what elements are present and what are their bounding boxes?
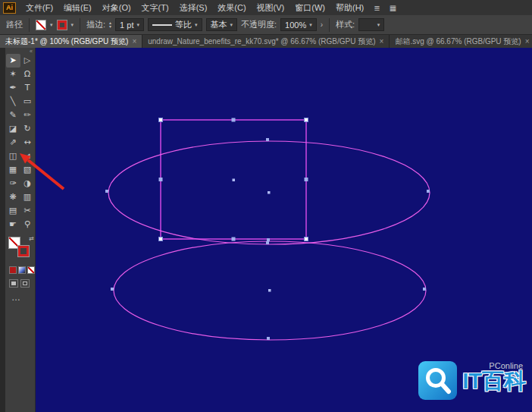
magic-wand-tool[interactable]: ✶ [6, 68, 20, 81]
eraser-tool[interactable]: ◪ [6, 122, 20, 136]
tab-label: 邮箱.svg @ 66.67% (RGB/GPU 预览) [395, 36, 521, 47]
blend-tool[interactable]: ◑ [20, 177, 35, 190]
drawing-mode-buttons [9, 279, 35, 288]
zoom-tool[interactable]: ⚲ [20, 218, 35, 231]
artboard-tool[interactable]: ▤ [6, 204, 20, 218]
column-graph-tool[interactable]: ▥ [20, 190, 35, 204]
menu-effect[interactable]: 效果(C) [212, 0, 251, 15]
eyedropper-tool[interactable]: ✑ [6, 177, 20, 190]
profile-line-icon [152, 24, 172, 26]
opacity-dropdown[interactable]: 100% ▾ [280, 18, 317, 31]
edit-toolbar-button[interactable]: … [11, 292, 35, 303]
rotate-tool[interactable]: ↻ [20, 122, 35, 136]
mesh-tool[interactable]: ▦ [6, 163, 20, 177]
fill-color-swatch[interactable] [36, 20, 46, 30]
slice-tool[interactable]: ✂ [20, 204, 35, 218]
draw-normal-button[interactable] [9, 279, 18, 288]
document-tab-bar: 未标题-1* @ 100% (RGB/GPU 预览) × undraw_Natu… [0, 35, 532, 48]
profile-value: 等比 [175, 19, 192, 30]
menu-window[interactable]: 窗口(W) [289, 0, 330, 15]
none-mode-button[interactable] [27, 266, 35, 274]
canvas[interactable] [36, 48, 532, 412]
close-tab-icon[interactable]: × [380, 37, 384, 46]
style-dropdown[interactable]: ▾ [358, 18, 384, 31]
fill-stroke-widget[interactable]: ⇄ [8, 235, 34, 260]
divider [80, 18, 80, 32]
width-profile-dropdown[interactable]: 等比 ▾ [148, 18, 202, 31]
opacity-value: 100% [285, 20, 306, 30]
paint-mode-buttons [9, 266, 35, 274]
width-tool[interactable]: ↔ [20, 136, 35, 149]
type-tool[interactable]: T [20, 81, 35, 95]
menu-type[interactable]: 文字(T) [136, 0, 174, 15]
brush-definition-dropdown[interactable]: 基本 ▾ [206, 18, 238, 31]
menu-bars-icon[interactable]: ≣ [369, 4, 384, 12]
stroke-width-stepper[interactable]: ▴ ▾ [109, 21, 111, 29]
gradient-mode-button[interactable] [18, 266, 26, 274]
close-tab-icon[interactable]: × [132, 37, 136, 46]
chevron-down-icon: ▾ [230, 22, 233, 28]
panel-gutter [0, 48, 5, 412]
close-tab-icon[interactable]: × [525, 37, 530, 46]
ellipse-anchor-points[interactable] [105, 138, 430, 340]
stroke-caret-icon[interactable]: ▾ [71, 22, 74, 28]
direct-selection-tool[interactable]: ▷ [20, 54, 35, 68]
illustrator-window: Ai 文件(F) 编辑(E) 对象(O) 文字(T) 选择(S) 效果(C) 视… [0, 0, 532, 412]
doc-tab-undraw-nature[interactable]: undraw_Nature_benefits_re_kk70.svg* @ 66… [142, 35, 390, 48]
symbol-sprayer-tool[interactable]: ❋ [6, 190, 20, 204]
paintbrush-tool[interactable]: ✎ [6, 109, 20, 122]
opacity-label: 不透明度: [241, 19, 277, 30]
fill-caret-icon[interactable]: ▾ [50, 22, 53, 28]
divider [329, 18, 330, 32]
chevron-down-icon: ▾ [377, 22, 380, 28]
pen-tool[interactable]: ✒ [6, 81, 20, 95]
watermark-text: PConline IT百科 [462, 361, 526, 392]
chevron-down-icon: ▾ [309, 22, 312, 28]
tab-label: 未标题-1* @ 100% (RGB/GPU 预览) [5, 36, 128, 47]
style-label: 样式: [336, 19, 355, 30]
stroke-color-swatch[interactable] [57, 20, 67, 30]
line-segment-tool[interactable]: ╲ [6, 95, 20, 109]
gradient-tool[interactable]: ▧ [20, 163, 35, 177]
perspective-grid-tool[interactable]: ⊿ [20, 149, 35, 163]
app-logo-icon[interactable]: Ai [3, 2, 16, 14]
hand-tool[interactable]: ☛ [6, 218, 20, 231]
chevron-down-icon: ▾ [195, 22, 198, 28]
menu-object[interactable]: 对象(O) [97, 0, 136, 15]
shape-builder-tool[interactable]: ◫ [6, 149, 20, 163]
stroke-label: 描边: [86, 19, 105, 30]
workspace-switcher-icon[interactable]: ▦ [385, 4, 401, 12]
selection-tool[interactable]: ➤ [6, 54, 20, 68]
rectangle-tool[interactable]: ▭ [20, 95, 35, 109]
menu-help[interactable]: 帮助(H) [330, 0, 369, 15]
selection-type-label: 路径 [6, 19, 23, 30]
menu-bar: Ai 文件(F) 编辑(E) 对象(O) 文字(T) 选择(S) 效果(C) 视… [0, 0, 532, 15]
tab-label: undraw_Nature_benefits_re_kk70.svg* @ 66… [148, 36, 375, 47]
lasso-tool[interactable]: Ω [20, 68, 35, 81]
menu-edit[interactable]: 编辑(E) [58, 0, 97, 15]
stroke-width-value: 1 pt [120, 20, 133, 30]
rectangle-selection-handles[interactable] [159, 118, 308, 241]
swap-fill-stroke-icon[interactable]: ⇄ [29, 235, 34, 242]
opacity-panel-chevron-icon[interactable]: › [321, 20, 323, 29]
stroke-width-dropdown[interactable]: 1 pt ▾ [115, 18, 144, 31]
scale-tool[interactable]: ⇗ [6, 136, 20, 149]
menu-view[interactable]: 视图(V) [252, 0, 290, 15]
tools-panel: « ➤ ▷ ✶ Ω ✒ T ╲ ▭ ✎ ✏ ◪ ↻ ⇗ ↔ ◫ ⊿ ▦ ▧ ✑ … [5, 48, 36, 412]
brush-value: 基本 [211, 19, 227, 30]
divider [29, 18, 30, 32]
menu-select[interactable]: 选择(S) [174, 0, 213, 15]
control-bar: 路径 ▾ ▾ 描边: ▴ ▾ 1 pt ▾ 等比 ▾ 基本 ▾ 不透明度: 10… [0, 15, 532, 35]
tool-grid: ➤ ▷ ✶ Ω ✒ T ╲ ▭ ✎ ✏ ◪ ↻ ⇗ ↔ ◫ ⊿ ▦ ▧ ✑ ◑ … [5, 54, 35, 231]
stepper-down-icon[interactable]: ▾ [109, 25, 111, 29]
menu-file[interactable]: 文件(F) [20, 0, 58, 15]
stroke-indicator[interactable] [17, 245, 30, 257]
color-mode-button[interactable] [9, 266, 17, 274]
doc-tab-untitled[interactable]: 未标题-1* @ 100% (RGB/GPU 预览) × [0, 35, 142, 48]
watermark: PConline IT百科 [418, 361, 526, 400]
watermark-title: IT百科 [462, 370, 526, 392]
shaper-tool[interactable]: ✏ [20, 109, 35, 122]
draw-behind-button[interactable] [20, 279, 30, 288]
collapse-toolbar-icon[interactable]: « [5, 48, 35, 54]
doc-tab-mailbox[interactable]: 邮箱.svg @ 66.67% (RGB/GPU 预览) × [390, 35, 532, 48]
